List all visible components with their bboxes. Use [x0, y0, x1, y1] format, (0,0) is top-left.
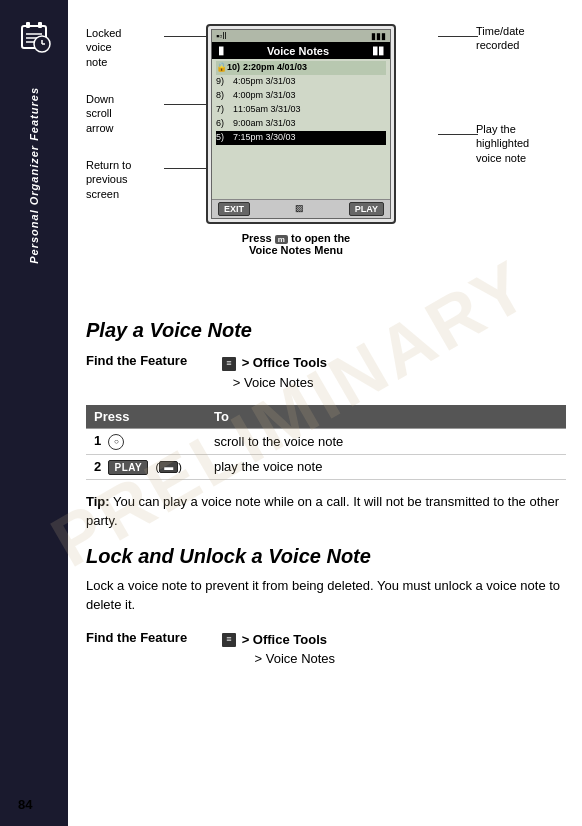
item-num: 6) — [216, 117, 230, 131]
svg-rect-1 — [26, 22, 30, 28]
status-bar: ▪▫ll ▮▮▮ — [212, 30, 390, 42]
annotation-time-date: Time/daterecorded — [476, 24, 566, 53]
menu-icon-lock — [222, 633, 236, 647]
item-num: 5) — [216, 131, 230, 145]
voice-list: 🔒10) 2:20pm 4/01/03 9) 4:05pm 3/31/03 8)… — [212, 59, 390, 147]
find-feature-lock-path: > Office Tools > Voice Notes — [222, 630, 335, 669]
lock-description: Lock a voice note to prevent it from bei… — [86, 576, 566, 615]
nav-key-icon: ○ — [108, 434, 124, 450]
dash-key-icon: ▬ — [159, 461, 178, 473]
item-time: 11:05am 3/31/03 — [233, 103, 301, 117]
list-item-highlighted: 5) 7:15pm 3/30/03 — [216, 131, 386, 145]
screen-title-bar: ▮ Voice Notes ▮▮ — [212, 42, 390, 59]
item-time: 4:05pm 3/31/03 — [233, 75, 296, 89]
item-time: 4:00pm 3/31/03 — [233, 89, 296, 103]
to-cell-2: play the voice note — [206, 454, 566, 479]
list-item: 🔒10) 2:20pm 4/01/03 — [216, 61, 386, 75]
phone-bottom-bar: EXIT ▨ PLAY — [212, 199, 390, 218]
item-num: 8) — [216, 89, 230, 103]
annotation-locked-voice-note: Lockedvoicenote — [86, 26, 176, 69]
row-1-num: 1 — [94, 433, 101, 448]
table-row: 2 PLAY (▬) play the voice note — [86, 454, 566, 479]
battery-icon: ▮▮▮ — [371, 31, 386, 41]
list-item: 9) 4:05pm 3/31/03 — [216, 75, 386, 89]
item-time: 2:20pm 4/01/03 — [243, 61, 307, 75]
organizer-icon — [16, 18, 52, 57]
path-voice-notes: > Voice Notes — [233, 375, 314, 390]
item-time: 9:00am 3/31/03 — [233, 117, 296, 131]
page-number: 84 — [18, 797, 32, 812]
svg-rect-2 — [38, 22, 42, 28]
diagram-area: Lockedvoicenote Downscrollarrow Return t… — [86, 14, 566, 309]
annotation-return-previous: Return topreviousscreen — [86, 158, 176, 201]
annotation-down-scroll: Downscrollarrow — [86, 92, 176, 135]
play-section-title: Play a Voice Note — [86, 319, 566, 342]
list-item: 7) 11:05am 3/31/03 — [216, 103, 386, 117]
main-content: Lockedvoicenote Downscrollarrow Return t… — [68, 0, 582, 826]
item-num: 🔒10) — [216, 61, 240, 75]
tip-label: Tip: — [86, 494, 110, 509]
find-feature-path: > Office Tools > Voice Notes — [222, 353, 327, 392]
find-feature-lock-label: Find the Feature — [86, 630, 216, 645]
path-office-tools: > Office Tools — [242, 355, 327, 370]
menu-icon — [222, 357, 236, 371]
sidebar: Personal Organizer Features — [0, 0, 68, 826]
item-num: 9) — [216, 75, 230, 89]
signal-icon: ▪▫ll — [216, 31, 226, 41]
tip-text: Tip: You can play a voice note while on … — [86, 492, 566, 531]
lock-section-title: Lock and Unlock a Voice Note — [86, 545, 566, 568]
lock-path-voice-notes: > Voice Notes — [255, 651, 336, 666]
find-feature-lock: Find the Feature > Office Tools > Voice … — [86, 627, 566, 672]
ann-line-locked — [164, 36, 208, 37]
ann-line-return — [164, 168, 208, 169]
exit-button: EXIT — [218, 202, 250, 216]
item-num: 7) — [216, 103, 230, 117]
list-item: 8) 4:00pm 3/31/03 — [216, 89, 386, 103]
press-cell-2: 2 PLAY (▬) — [86, 454, 206, 479]
col-header-press: Press — [86, 405, 206, 429]
press-to-table: Press To 1 ○ scroll to the voice note 2 … — [86, 405, 566, 480]
phone-screen: ▪▫ll ▮▮▮ ▮ Voice Notes ▮▮ 🔒10) 2:20pm 4/… — [206, 24, 396, 224]
tip-content: You can play a voice note while on a cal… — [86, 494, 559, 529]
title-icon-left: ▮ — [218, 44, 224, 57]
sidebar-label: Personal Organizer Features — [28, 87, 40, 264]
item-time: 7:15pm 3/30/03 — [233, 131, 296, 145]
col-header-to: To — [206, 405, 566, 429]
ann-line-time — [438, 36, 478, 37]
annotation-play-highlighted: Play thehighlightedvoice note — [476, 122, 566, 165]
row-2-num: 2 — [94, 459, 101, 474]
caption-text: Press m to open the Voice Notes Menu — [186, 232, 406, 256]
list-item: 6) 9:00am 3/31/03 — [216, 117, 386, 131]
press-cell-1: 1 ○ — [86, 429, 206, 455]
phone-screen-inner: ▪▫ll ▮▮▮ ▮ Voice Notes ▮▮ 🔒10) 2:20pm 4/… — [211, 29, 391, 219]
find-feature-label: Find the Feature — [86, 353, 216, 368]
play-button: PLAY — [349, 202, 384, 216]
find-feature-play: Find the Feature > Office Tools > Voice … — [86, 350, 566, 395]
menu-icon-small: ▨ — [292, 202, 307, 216]
table-row: 1 ○ scroll to the voice note — [86, 429, 566, 455]
play-key-label: PLAY — [108, 460, 148, 475]
lock-path-office-tools: > Office Tools — [242, 632, 327, 647]
title-icon-right: ▮▮ — [372, 44, 384, 57]
to-cell-1: scroll to the voice note — [206, 429, 566, 455]
ann-line-play — [438, 134, 478, 135]
ann-line-scroll — [164, 104, 208, 105]
screen-title: Voice Notes — [267, 45, 329, 57]
